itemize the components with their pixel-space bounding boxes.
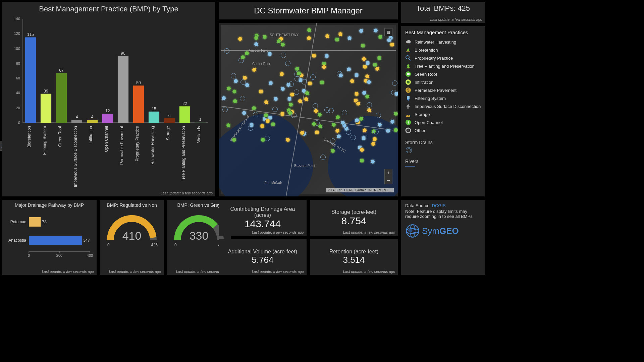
map-marker[interactable]: [265, 136, 270, 141]
map-marker[interactable]: [355, 118, 359, 123]
map-marker[interactable]: [232, 89, 237, 94]
map-marker[interactable]: [359, 28, 364, 33]
map-marker[interactable]: [268, 81, 273, 85]
map-marker[interactable]: [354, 92, 359, 96]
map-marker[interactable]: [222, 107, 228, 112]
map-marker[interactable]: [226, 123, 231, 128]
zoom-out-button[interactable]: −: [385, 177, 392, 184]
map-marker[interactable]: [280, 112, 285, 116]
map-marker[interactable]: [351, 135, 356, 140]
map-marker[interactable]: [288, 81, 294, 87]
map-marker[interactable]: [259, 89, 263, 94]
map-marker[interactable]: [330, 138, 335, 144]
map-marker[interactable]: [361, 43, 365, 48]
map-marker[interactable]: [373, 129, 379, 134]
map-marker[interactable]: [313, 103, 318, 109]
map-marker[interactable]: [295, 66, 300, 71]
map-marker[interactable]: [242, 111, 247, 115]
map-marker[interactable]: [367, 102, 372, 108]
map-marker[interactable]: [365, 74, 370, 79]
legend-item[interactable]: Green Roof: [405, 70, 481, 78]
map-marker[interactable]: [362, 57, 366, 61]
map-marker[interactable]: [285, 61, 290, 66]
map-marker[interactable]: [360, 158, 364, 163]
map-marker[interactable]: [340, 120, 345, 125]
map-marker[interactable]: [281, 53, 286, 58]
map-marker[interactable]: [290, 92, 294, 97]
map-marker[interactable]: [271, 122, 275, 127]
map-marker[interactable]: [387, 38, 391, 43]
map-marker[interactable]: [302, 79, 307, 84]
map-marker[interactable]: [280, 86, 285, 91]
map-marker[interactable]: [365, 61, 370, 65]
map-marker[interactable]: [390, 119, 395, 124]
map-marker[interactable]: [291, 113, 297, 118]
map-marker[interactable]: [252, 106, 256, 111]
map-marker[interactable]: [392, 80, 397, 86]
map-marker[interactable]: [346, 67, 351, 72]
map-marker[interactable]: [248, 125, 253, 131]
map-marker[interactable]: [276, 39, 281, 44]
map-marker[interactable]: [307, 28, 312, 33]
legend-item[interactable]: Rainwater Harvesting: [405, 38, 481, 46]
map-marker[interactable]: [335, 37, 339, 42]
map-marker[interactable]: [393, 128, 398, 132]
map-marker[interactable]: [375, 66, 380, 71]
map-marker[interactable]: [288, 102, 293, 107]
map-marker[interactable]: [320, 155, 326, 160]
map-marker[interactable]: [377, 122, 382, 127]
map-marker[interactable]: [298, 99, 303, 104]
map-marker[interactable]: [335, 115, 340, 120]
map-marker[interactable]: [354, 73, 359, 77]
map-marker[interactable]: [350, 79, 355, 83]
map-marker[interactable]: [312, 122, 316, 126]
map-marker[interactable]: [322, 65, 326, 69]
map-marker[interactable]: [324, 107, 330, 113]
legend-item[interactable]: Tree Planting and Preservation: [405, 62, 481, 70]
map-marker[interactable]: [335, 128, 340, 133]
map-marker[interactable]: [367, 80, 371, 84]
map-marker[interactable]: [308, 81, 312, 86]
map-marker[interactable]: [317, 112, 322, 117]
map-marker[interactable]: [315, 130, 319, 135]
map-marker[interactable]: [245, 83, 250, 87]
map-marker[interactable]: [254, 42, 259, 47]
map-marker[interactable]: [221, 96, 226, 101]
symgeo-logo[interactable]: SymGEO: [405, 224, 481, 238]
map-marker[interactable]: [280, 42, 285, 47]
map-marker[interactable]: [240, 96, 245, 101]
map-marker[interactable]: [378, 35, 383, 39]
legend-item[interactable]: Infiltration: [405, 78, 481, 86]
map-marker[interactable]: [233, 99, 237, 104]
map-marker[interactable]: [224, 48, 229, 54]
map-marker[interactable]: [264, 113, 268, 118]
map-marker[interactable]: [318, 124, 323, 129]
map-marker[interactable]: [252, 67, 257, 72]
map-marker[interactable]: [226, 86, 231, 91]
map-marker[interactable]: [393, 111, 398, 116]
map-marker[interactable]: [314, 109, 318, 113]
bmp-by-type-chart[interactable]: 020406080100120140115Bioretention39Filte…: [6, 15, 211, 190]
map-marker[interactable]: [294, 89, 299, 95]
map-marker[interactable]: [294, 76, 300, 81]
map-marker[interactable]: [245, 51, 249, 56]
map-marker[interactable]: [262, 35, 267, 39]
map-marker[interactable]: [365, 94, 370, 99]
map-marker[interactable]: [305, 91, 310, 96]
legend-item[interactable]: Impervious Surface Disconnection: [405, 102, 481, 110]
map-marker[interactable]: [310, 74, 316, 80]
map-marker[interactable]: [320, 80, 324, 85]
map-marker[interactable]: [346, 129, 351, 135]
legend-item[interactable]: $ Permeable Pavement: [405, 86, 481, 94]
map-marker[interactable]: [324, 54, 329, 58]
map-marker[interactable]: [231, 73, 236, 78]
map-marker[interactable]: [373, 28, 378, 33]
map-canvas[interactable]: SOUTHEAST FWY Amidon Field Center Park B…: [221, 25, 396, 194]
legend-item[interactable]: Proprietary Practice: [405, 54, 481, 62]
map-marker[interactable]: [273, 97, 278, 101]
map-marker[interactable]: [331, 122, 336, 127]
map-marker[interactable]: [232, 137, 236, 142]
regulated-gauge[interactable]: 410 0 425: [103, 210, 160, 253]
map-marker[interactable]: [367, 108, 372, 113]
map-marker[interactable]: [342, 110, 347, 115]
